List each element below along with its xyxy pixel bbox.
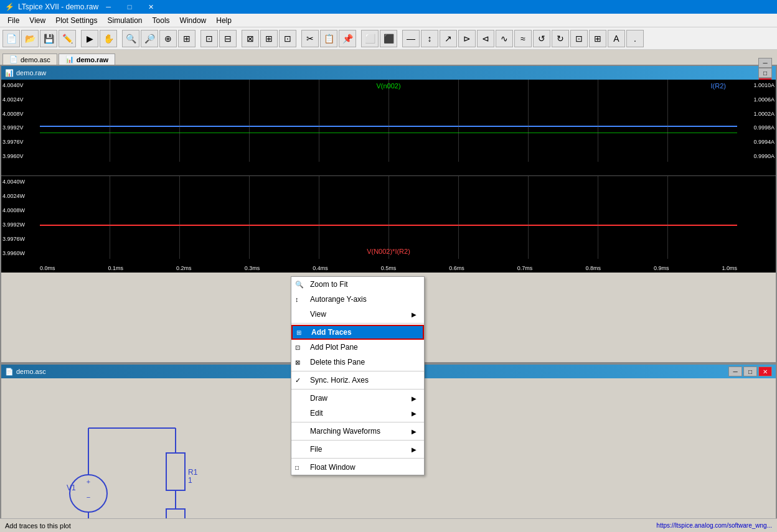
tb-extra3[interactable]: ↗ — [440, 30, 457, 47]
file-submenu-arrow: ▶ — [412, 446, 417, 453]
ctx-sync-horiz[interactable]: ✓ Sync. Horiz. Axes — [291, 373, 424, 388]
menu-help[interactable]: Help — [211, 15, 237, 26]
tb-extra6[interactable]: ∿ — [496, 30, 513, 47]
ctx-zoom-to-fit[interactable]: 🔍 Zoom to Fit — [291, 277, 424, 292]
ctx-delete-pane[interactable]: ⊠ Delete this Pane — [291, 355, 424, 370]
p2-grid-2 — [179, 176, 180, 259]
print-button[interactable]: ✏️ — [59, 30, 76, 47]
ctx-draw-label: Draw — [310, 394, 327, 403]
save-button[interactable]: 💾 — [40, 30, 57, 47]
maximize-button[interactable]: □ — [120, 1, 139, 12]
schematic-close-button[interactable]: ✕ — [758, 366, 772, 376]
pane2-y-left-0: 4.0040W — [2, 179, 39, 185]
plot-titlebar: 📊 demo.raw ─ □ ✕ — [1, 66, 776, 80]
tab-demo-asc[interactable]: 📄 demo.asc — [2, 54, 57, 65]
zoom-fit-button[interactable]: ⊕ — [159, 30, 177, 47]
grid-line-2 — [179, 80, 180, 162]
svg-text:+: + — [87, 478, 90, 485]
p2-grid-6 — [458, 176, 459, 259]
x-label-10: 1.0ms — [722, 265, 737, 271]
tb-extra4[interactable]: ⊳ — [458, 30, 476, 47]
ctx-edit-label: Edit — [310, 409, 323, 418]
ctx-separator-5 — [291, 440, 424, 441]
cut-button[interactable]: ✂ — [301, 30, 319, 47]
grid-line-1 — [110, 80, 110, 162]
open-button[interactable]: 📂 — [21, 30, 39, 47]
tb-extra2[interactable]: ↕ — [421, 30, 438, 47]
tb-extra10[interactable]: ⊡ — [570, 30, 588, 47]
plot-maximize-button[interactable]: □ — [758, 68, 772, 78]
zoom-in-button[interactable]: 🔍 — [122, 30, 139, 47]
ctx-view-label: View — [310, 310, 326, 319]
ctx-file[interactable]: File ▶ — [291, 442, 424, 457]
zoom-out-button[interactable]: 🔎 — [141, 30, 158, 47]
tb-extra8[interactable]: ↺ — [533, 30, 550, 47]
tb-extra11[interactable]: ⊞ — [589, 30, 606, 47]
ctx-float-label: Float Window — [310, 463, 356, 472]
pane1-y-right-4: 0.9994A — [738, 139, 775, 145]
x-label-8: 0.8ms — [585, 265, 601, 271]
menu-tools[interactable]: Tools — [148, 15, 175, 26]
pane1-y-left-0: 4.0040V — [2, 82, 39, 88]
tab-demo-raw[interactable]: 📊 demo.raw — [59, 54, 115, 65]
menu-plot-settings[interactable]: Plot Settings — [50, 15, 102, 26]
plot-pane2[interactable]: V(N002)*I(R2) 4.0040W 4.0024W 4.0008W 3.… — [1, 176, 776, 273]
ctx-float-window[interactable]: □ Float Window — [291, 460, 424, 475]
ctx-separator-3 — [291, 389, 424, 390]
pane2-y-left-1: 4.0024W — [2, 193, 39, 199]
resistor-button[interactable]: ⬜ — [361, 30, 379, 47]
svg-text:1: 1 — [188, 476, 192, 485]
ctx-autorange-y[interactable]: ↕ Autorange Y-axis — [291, 292, 424, 307]
menu-simulation[interactable]: Simulation — [103, 15, 148, 26]
tb-extra13[interactable]: . — [626, 30, 644, 47]
tb-extra12[interactable]: A — [608, 30, 625, 47]
tool3-button[interactable]: ⊠ — [242, 30, 259, 47]
x-label-7: 0.7ms — [517, 265, 533, 271]
pane1-y-right-3: 0.9998A — [738, 124, 775, 131]
menu-view[interactable]: View — [24, 15, 50, 26]
minimize-button[interactable]: ─ — [98, 1, 118, 12]
grid-line-4 — [319, 80, 319, 162]
grid-line-5 — [388, 80, 389, 162]
new-button[interactable]: 📄 — [2, 30, 20, 47]
pane1-y-left-1: 4.0024V — [2, 96, 39, 103]
schematic-minimize-button[interactable]: ─ — [728, 366, 742, 376]
ctx-view[interactable]: View ▶ — [291, 307, 424, 322]
tool4-button[interactable]: ⊞ — [260, 30, 278, 47]
close-button[interactable]: ✕ — [141, 1, 161, 12]
ctx-add-traces-label: Add Traces — [311, 328, 352, 337]
tab-raw-icon: 📊 — [65, 55, 74, 63]
plot-pane1[interactable]: V(n002) I(R2) 4.0040V 4.0024V 4.0008V 3.… — [1, 80, 776, 176]
tb-extra9[interactable]: ↻ — [552, 30, 569, 47]
schematic-maximize-button[interactable]: □ — [743, 366, 757, 376]
tb-extra5[interactable]: ⊲ — [477, 30, 494, 47]
ctx-delete-pane-label: Delete this Pane — [310, 358, 365, 366]
cap-button[interactable]: ⬛ — [380, 30, 397, 47]
p2-grid-8 — [598, 176, 598, 259]
x-label-4: 0.4ms — [313, 265, 328, 271]
autorange-icon: ↕ — [295, 296, 299, 303]
plot-minimize-button[interactable]: ─ — [758, 58, 772, 68]
tool1-button[interactable]: ⊡ — [200, 30, 218, 47]
tb-extra7[interactable]: ≈ — [514, 30, 532, 47]
pane1-trace-right-label: I(R2) — [711, 82, 726, 90]
ctx-add-plot-pane[interactable]: ⊡ Add Plot Pane — [291, 340, 424, 355]
halt-button[interactable]: ✋ — [100, 30, 117, 47]
tb-extra1[interactable]: — — [402, 30, 420, 47]
menu-file[interactable]: File — [2, 15, 24, 26]
zoom-rect-button[interactable]: ⊞ — [178, 30, 195, 47]
p2-grid-5 — [388, 176, 389, 259]
ctx-draw[interactable]: Draw ▶ — [291, 391, 424, 406]
tool2-button[interactable]: ⊟ — [219, 30, 237, 47]
ctx-marching-waveforms[interactable]: Marching Waveforms ▶ — [291, 424, 424, 439]
run-button[interactable]: ▶ — [81, 30, 98, 47]
copy-button[interactable]: 📋 — [320, 30, 337, 47]
ctx-add-traces[interactable]: ⊞ Add Traces — [291, 325, 424, 340]
ctx-edit[interactable]: Edit ▶ — [291, 406, 424, 421]
title-bar: ⚡ LTspice XVII - demo.raw ─ □ ✕ — [0, 0, 777, 14]
main-area: 📊 demo.raw ─ □ ✕ V(n002) I(R2) 4.0040V 4… — [0, 65, 777, 532]
paste-button[interactable]: 📌 — [339, 30, 356, 47]
status-text: Add traces to this plot — [5, 522, 71, 530]
tool5-button[interactable]: ⊡ — [279, 30, 296, 47]
menu-window[interactable]: Window — [175, 15, 212, 26]
